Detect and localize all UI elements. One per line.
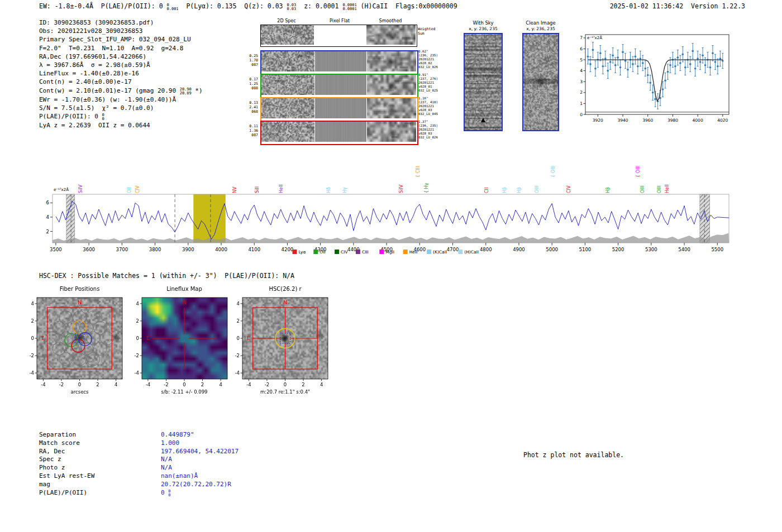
- fiber-circle: [73, 352, 87, 366]
- pixel-flat-image: [315, 75, 366, 95]
- line-label-oiii: OIII: [535, 186, 540, 193]
- cutout-y-tick-label: 4: [31, 301, 34, 306]
- cutout-y-tick-label: 2: [237, 318, 240, 324]
- row-right-meta-line: 032_LU_025: [418, 89, 438, 93]
- line-label-cii: CII: [484, 188, 489, 193]
- info-line: Primary Spec_Slot_IFU_AMP: 032_094_028_L…: [39, 35, 203, 44]
- row-right-meta-line: (236, 235): [418, 54, 438, 57]
- info-line: Cont(w) = 2.10(±0.01)e-17 (gmag 20.90 20…: [39, 87, 203, 95]
- row-right-meta: 1.37"(236, 235)20201221v028_03032_LU_026: [418, 120, 438, 140]
- inset-y-tick-label: 7: [580, 35, 583, 40]
- data-point: [709, 66, 712, 69]
- cutout-y-tick-label: -4: [30, 370, 34, 376]
- column-header: 2D Spec: [261, 18, 312, 23]
- stacked-fraction: 0.030.03: [287, 3, 296, 11]
- data-point: [599, 52, 602, 55]
- fiber-circle: [53, 342, 66, 356]
- y-tick-label: 4: [46, 214, 49, 220]
- cutout-x-tick-label: 0: [183, 382, 185, 387]
- row-right-meta-line: (237, 410): [418, 100, 438, 104]
- row-right-meta-line: 032_LU_026: [418, 136, 438, 140]
- inset-x-tick-label: 3960: [642, 118, 653, 123]
- match-label: RA, Dec: [39, 448, 161, 456]
- sky-panel-title: Clean Image: [517, 20, 565, 26]
- line-label-hγ: { Hγ: [424, 183, 429, 193]
- inset-y-tick-label: 0: [580, 112, 583, 117]
- x-tick-label: 5500: [711, 247, 723, 252]
- data-point: [644, 68, 646, 70]
- data-point: [649, 82, 651, 84]
- frac-bottom: 0.0001: [342, 7, 356, 11]
- cutout-y-tick-label: -2: [235, 353, 240, 358]
- row-right-meta-line: v028_02: [418, 61, 438, 65]
- smoothed-image: [367, 75, 416, 95]
- data-point: [604, 57, 607, 60]
- line-label-siii: SiII: [255, 186, 260, 193]
- legend-label: CIV: [341, 250, 348, 255]
- table-row: Spec zN/A: [39, 456, 239, 464]
- cutout-y-tick-label: 0: [31, 336, 34, 341]
- text-segment: Cont(n) = 2.40(±0.00)e-17: [39, 78, 132, 85]
- line-label-siiv: SiIV: [78, 184, 83, 193]
- data-point: [654, 98, 656, 100]
- text-segment: Primary Spec_Slot_IFU_AMP: 032_094_028_L…: [39, 36, 191, 43]
- match-value: 1.000: [161, 439, 179, 448]
- fiber-circle: [80, 342, 93, 356]
- data-point: [640, 57, 642, 60]
- stacked-fraction: 00: [168, 490, 170, 497]
- fiber-2d-row: [260, 97, 418, 122]
- x-tick-label: 3700: [116, 247, 128, 252]
- match-value: 0 00: [161, 489, 170, 497]
- data-point: [594, 68, 597, 70]
- cutout-y-tick-label: 0: [136, 336, 139, 341]
- hsc-match-summary: HSC-DEX : Possible Matches = 1 (within +…: [39, 272, 294, 280]
- row-right-meta-line: 20201221: [418, 81, 438, 85]
- cutout-x-tick-label: 4: [115, 382, 117, 387]
- cutout-x-tick-label: 4: [219, 382, 222, 387]
- line-label-oii: OII: [127, 187, 132, 193]
- spectrum-units-annotation: e⁻¹⁷x2Å: [54, 187, 69, 192]
- data-point: [632, 63, 634, 65]
- stacked-fraction: 0.00010.0001: [342, 3, 356, 11]
- text-segment: λ = 3967.86Å σ = 2.98(±0.59)Å: [39, 61, 150, 69]
- 2d-spec-image: [261, 122, 314, 142]
- cutout-title: Lineflux Map: [166, 286, 202, 292]
- fiber-circle: [93, 342, 107, 356]
- data-point: [619, 66, 622, 69]
- cutout-title: Fiber Positions: [60, 286, 100, 292]
- 2d-spec-image: [261, 75, 314, 95]
- fiber-circle: [101, 332, 114, 345]
- cutout-x-tick-label: -4: [41, 382, 45, 387]
- row-right-meta-line: 20201221: [418, 128, 438, 132]
- data-point: [642, 62, 644, 64]
- cutout-axes-box: [37, 298, 122, 379]
- data-point: [662, 88, 664, 90]
- cutout-xlabel: m:20.7 re:1.1" s:0.4": [260, 389, 310, 395]
- line-label-oiii: { OIII: [636, 166, 641, 178]
- cutout-x-tick-label: 2: [302, 382, 304, 387]
- data-point: [682, 53, 684, 55]
- row-right-meta: 1.16"(237, 410)20201221v028_03032_LU_045: [418, 97, 438, 116]
- cutout-xlabel: s/b: -2.11 +/- 0.099: [161, 389, 207, 395]
- line-label-hβ: Hβ: [605, 187, 611, 193]
- data-point: [664, 79, 666, 82]
- line-label-civ: CIV: [135, 185, 140, 193]
- data-point: [667, 71, 669, 73]
- data-point: [637, 65, 639, 68]
- data-point: [704, 64, 707, 66]
- legend-label: MgII: [385, 250, 394, 255]
- frac-bottom: 0.03: [287, 7, 296, 11]
- row-right-meta-line: 1.16": [418, 97, 438, 100]
- text-segment: z: 0.0001: [296, 2, 342, 10]
- data-point: [602, 65, 604, 68]
- clean-image: [523, 34, 558, 130]
- legend-label: OII: [320, 250, 325, 255]
- pixel-flat-image: [315, 51, 366, 71]
- text-segment: F=2.0" T=0.231 N=1.10 A=0.92 g=24.8: [39, 45, 183, 52]
- row-left-stat-line: 1.36: [242, 128, 258, 133]
- line-label-oiii: OIII: [657, 186, 662, 193]
- compass-north-label: N: [78, 300, 82, 305]
- line-label-hβ: Hβ: [502, 187, 507, 193]
- weighted-sum-label: WeightedSum: [418, 27, 435, 36]
- row-right-meta: 0.62"(236, 235)20201221v028_02032_LU_026: [418, 50, 438, 69]
